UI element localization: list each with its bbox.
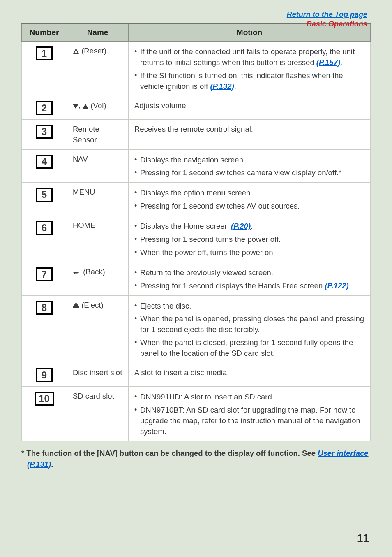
row-name: Remote Sensor	[67, 119, 129, 149]
motion-cell: Adjusts volume.	[129, 96, 371, 119]
row-number-badge: 9	[36, 368, 53, 382]
page-ref-link[interactable]: (P.132)	[210, 82, 234, 91]
back-icon	[73, 267, 81, 276]
list-item: If the SI function is turned on, this in…	[134, 70, 364, 92]
row-name: HOME	[67, 216, 129, 262]
page-ref-link[interactable]: (P.122)	[325, 281, 348, 290]
page-ref-link[interactable]: (P.20)	[231, 222, 251, 230]
table-row: 2 , (Vol) Adjusts volume.	[22, 96, 371, 119]
row-number-badge: 6	[36, 221, 53, 235]
motion-list: If the unit or the connected unit fails …	[134, 46, 364, 92]
list-item: When the power off, turns the power on.	[134, 247, 364, 258]
table-row: 8 (Eject) Ejects the disc. When the pane…	[22, 295, 371, 363]
list-item: Displays the option menu screen.	[134, 188, 364, 198]
list-item: DNN991HD: A slot to insert an SD card.	[134, 392, 364, 402]
list-item: Pressing for 1 second displays the Hands…	[134, 281, 364, 291]
row-name-text: (Eject)	[79, 301, 104, 309]
list-item: When the panel is closed, pressing for 1…	[134, 337, 364, 359]
volume-down-icon	[73, 104, 78, 109]
header-links: Return to the Top page Basic Operations	[287, 10, 367, 28]
row-name: SD card slot	[67, 387, 129, 441]
list-item: DNN9710BT: An SD card slot for upgrading…	[134, 405, 364, 437]
list-item: Displays the Home screen (P.20).	[134, 221, 364, 232]
page-number: 11	[357, 532, 369, 545]
buttons-table: Number Name Motion 1 (Reset) If the unit…	[21, 23, 371, 441]
list-item: Displays the navigation screen.	[134, 155, 364, 165]
row-number-badge: 10	[35, 392, 54, 406]
row-name-text: (Vol)	[88, 101, 106, 110]
row-name-text: (Back)	[81, 267, 105, 276]
row-number-badge: 3	[36, 125, 53, 139]
row-name: , (Vol)	[67, 96, 129, 119]
row-name-text: (Reset)	[79, 46, 106, 55]
table-row: 4 NAV Displays the navigation screen. Pr…	[22, 149, 371, 183]
list-item: When the panel is opened, pressing close…	[134, 313, 364, 335]
basic-operations-link[interactable]: Basic Operations	[307, 20, 367, 28]
list-item: Pressing for 1 second switches AV out so…	[134, 201, 364, 211]
row-name: (Eject)	[67, 295, 129, 363]
list-item: Return to the previously viewed screen.	[134, 267, 364, 278]
row-name: Disc insert slot	[67, 363, 129, 387]
col-header-name: Name	[67, 23, 129, 42]
row-name: (Reset)	[67, 42, 129, 96]
row-number-badge: 5	[36, 188, 53, 202]
row-name: NAV	[67, 149, 129, 183]
col-header-number: Number	[22, 23, 67, 42]
row-number-badge: 2	[36, 101, 53, 115]
list-item: Ejects the disc.	[134, 301, 364, 311]
eject-icon	[73, 302, 79, 307]
row-name: MENU	[67, 183, 129, 216]
table-row: 5 MENU Displays the option menu screen. …	[22, 183, 371, 216]
motion-list: Displays the option menu screen. Pressin…	[134, 188, 364, 211]
return-top-link[interactable]: Return to the Top page	[287, 10, 367, 19]
table-row: 3 Remote Sensor Receives the remote cont…	[22, 119, 371, 149]
table-row: 1 (Reset) If the unit or the connected u…	[22, 42, 371, 96]
table-row: 9 Disc insert slot A slot to insert a di…	[22, 363, 371, 387]
motion-cell: A slot to insert a disc media.	[129, 363, 371, 387]
motion-cell: Receives the remote control signal.	[129, 119, 371, 149]
volume-up-icon	[83, 104, 88, 109]
reset-icon	[73, 46, 79, 55]
row-number-badge: 7	[36, 267, 53, 281]
list-item: Pressing for 1 second switches camera vi…	[134, 167, 364, 178]
svg-marker-0	[74, 49, 78, 54]
table-row: 10 SD card slot DNN991HD: A slot to inse…	[22, 387, 371, 441]
footnote: * The function of the [NAV] button can b…	[21, 448, 371, 470]
page-ref-link[interactable]: (P.157)	[316, 58, 340, 67]
row-number-badge: 4	[36, 155, 53, 169]
motion-list: DNN991HD: A slot to insert an SD card. D…	[134, 392, 364, 437]
row-number-badge: 8	[36, 301, 53, 315]
table-row: 6 HOME Displays the Home screen (P.20). …	[22, 216, 371, 262]
table-row: 7 (Back) Return to the previously viewed…	[22, 262, 371, 295]
motion-list: Ejects the disc. When the panel is opene…	[134, 301, 364, 359]
motion-list: Return to the previously viewed screen. …	[134, 267, 364, 291]
row-name: (Back)	[67, 262, 129, 295]
row-number-badge: 1	[36, 46, 53, 60]
list-item: If the unit or the connected unit fails …	[134, 46, 364, 68]
list-item: Pressing for 1 second turns the power of…	[134, 234, 364, 245]
motion-list: Displays the Home screen (P.20). Pressin…	[134, 221, 364, 258]
motion-list: Displays the navigation screen. Pressing…	[134, 155, 364, 179]
